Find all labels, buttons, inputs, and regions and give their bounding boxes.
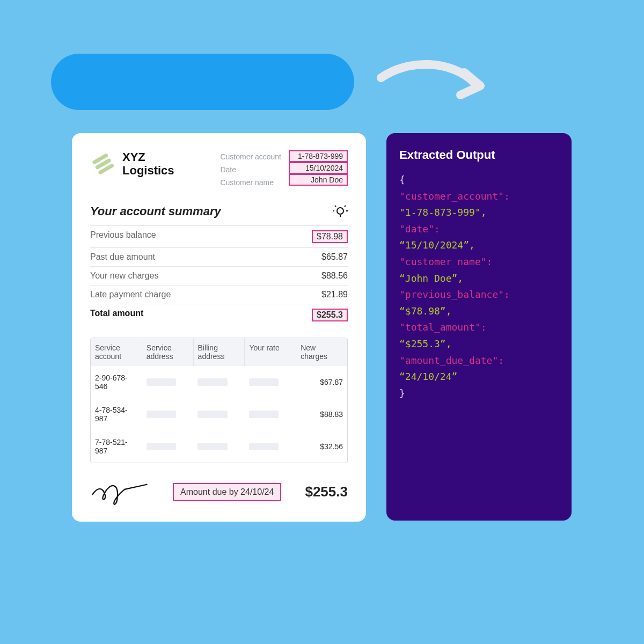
json-val: “$255.3”, [399, 338, 452, 349]
service-table: Service account Service address Billing … [90, 338, 348, 463]
row-new-charges: Your new charges $88.56 [90, 266, 348, 285]
td-placeholder [193, 434, 245, 459]
th-your-rate: Your rate [245, 338, 296, 366]
json-key: "previous_balance": [399, 289, 510, 300]
summary-rows: Previous balance $78.98 Past due amount … [90, 225, 348, 326]
row-label: Your new charges [90, 271, 159, 281]
svg-line-7 [335, 206, 336, 207]
td-placeholder [142, 401, 194, 427]
td-placeholder [142, 434, 194, 459]
td-placeholder [245, 401, 296, 427]
value-name: John Doe [289, 174, 348, 186]
table-row: 2-90-678-546 $67.87 [91, 366, 347, 398]
arrow-icon [376, 56, 488, 110]
row-label: Previous balance [90, 230, 156, 243]
row-value: $255.3 [312, 309, 348, 321]
summary-title: Your account summary [90, 204, 221, 218]
td-placeholder [142, 369, 194, 395]
td-charge: $67.87 [296, 369, 347, 395]
json-key: "customer_account": [399, 191, 510, 202]
amount-due-box: Amount due by 24/10/24 [173, 483, 281, 501]
th-billing-address: Billing address [194, 338, 245, 366]
value-account: 1-78-873-999 [289, 150, 348, 162]
json-val: “$78.98”, [399, 305, 452, 317]
td-acct: 2-90-678-546 [91, 369, 142, 395]
table-header: Service account Service address Billing … [91, 338, 347, 366]
th-service-address: Service address [142, 338, 194, 366]
extracted-output-panel: Extracted Output { "customer_account": "… [386, 133, 572, 521]
output-title: Extracted Output [399, 148, 559, 162]
svg-point-3 [337, 208, 343, 214]
meta-labels: Customer account Date Customer name [220, 150, 286, 189]
json-val: “John Doe”, [399, 273, 463, 284]
row-label: Late payment charge [90, 290, 171, 299]
invoice-card: XYZ Logistics Customer account Date Cust… [72, 133, 366, 522]
row-value: $88.56 [321, 271, 348, 281]
td-placeholder [193, 369, 245, 395]
lightbulb-icon [333, 204, 348, 219]
row-past-due: Past due amount $65.87 [90, 247, 348, 266]
brand-line1: XYZ [122, 150, 174, 164]
svg-line-8 [345, 206, 346, 207]
td-acct: 7-78-521-987 [91, 434, 142, 459]
customer-meta: Customer account Date Customer name 1-78… [220, 150, 348, 189]
th-service-account: Service account [91, 338, 142, 366]
td-placeholder [193, 401, 245, 427]
output-code: { "customer_account": "1-78-873-999", "d… [399, 172, 559, 401]
json-val: “15/10/2024”, [399, 239, 475, 251]
brace-open: { [399, 172, 559, 188]
summary-header: Your account summary [90, 204, 348, 219]
meta-values: 1-78-873-999 15/10/2024 John Doe [289, 150, 348, 189]
footer-total: $255.3 [305, 484, 348, 500]
row-label: Total amount [90, 309, 143, 321]
decorative-pill [51, 54, 354, 110]
table-row: 7-78-521-987 $32.56 [91, 430, 347, 463]
brand: XYZ Logistics [90, 150, 174, 178]
row-label: Past due amount [90, 252, 155, 262]
value-date: 15/10/2024 [289, 162, 348, 174]
brand-logo-icon [90, 151, 116, 177]
label-date: Date [220, 163, 286, 176]
brace-close: } [399, 385, 559, 402]
json-val: "1-78-873-999", [399, 207, 487, 218]
table-row: 4-78-534-987 $88.83 [91, 398, 347, 430]
signature-icon [90, 477, 149, 507]
row-value: $78.98 [312, 230, 348, 243]
row-late-charge: Late payment charge $21.89 [90, 285, 348, 304]
json-key: "total_amount": [399, 321, 487, 333]
json-key: "date": [399, 223, 440, 235]
td-placeholder [245, 369, 296, 395]
td-charge: $88.83 [296, 401, 347, 427]
brand-name: XYZ Logistics [122, 150, 174, 178]
label-name: Customer name [220, 176, 286, 189]
row-value: $65.87 [321, 252, 348, 262]
label-account: Customer account [220, 150, 286, 163]
row-previous-balance: Previous balance $78.98 [90, 225, 348, 247]
td-placeholder [245, 434, 296, 459]
brand-line2: Logistics [122, 164, 174, 177]
td-charge: $32.56 [296, 434, 347, 459]
json-key: "customer_name": [399, 256, 492, 267]
row-total: Total amount $255.3 [90, 304, 348, 326]
json-val: “24/10/24” [399, 371, 457, 382]
invoice-header: XYZ Logistics Customer account Date Cust… [90, 150, 348, 189]
json-key: "amount_due_date": [399, 355, 504, 366]
th-new-charges: New charges [296, 338, 347, 366]
td-acct: 4-78-534-987 [91, 401, 142, 427]
invoice-footer: Amount due by 24/10/24 $255.3 [90, 477, 348, 507]
row-value: $21.89 [321, 290, 348, 299]
